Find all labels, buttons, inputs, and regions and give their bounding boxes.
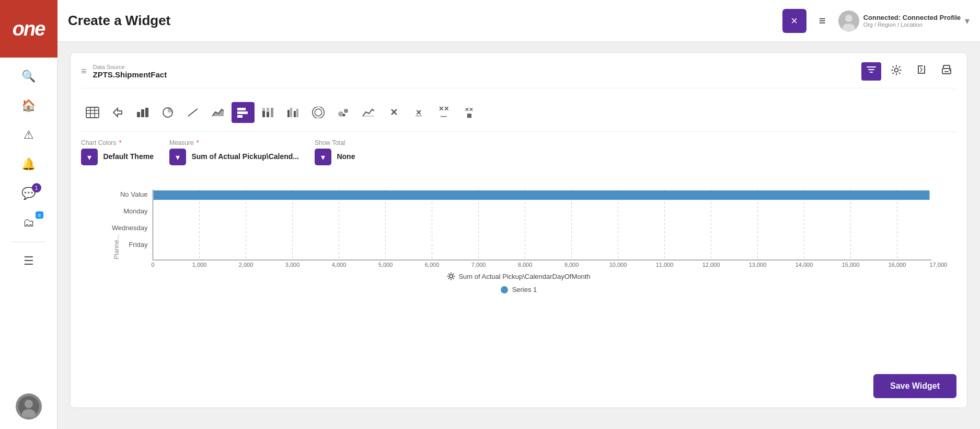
- print-button[interactable]: [937, 62, 956, 81]
- chart-type-table[interactable]: [81, 102, 104, 123]
- chart-colors-label: Chart Colors *: [81, 139, 154, 146]
- layers-badge: ≡: [36, 211, 43, 219]
- sidebar-item-home[interactable]: 🏠: [13, 92, 44, 119]
- chart-type-line[interactable]: [357, 102, 380, 123]
- logo-text: one: [13, 18, 45, 40]
- svg-marker-23: [113, 108, 122, 117]
- gear-icon: [891, 64, 902, 76]
- svg-text:11,000: 11,000: [656, 262, 674, 268]
- y-label-friday: Friday: [129, 241, 148, 249]
- svg-text:10,000: 10,000: [609, 262, 627, 268]
- measure-value-row: ▾ Sum of Actual Pickup\Calend...: [169, 149, 299, 165]
- chart-type-x2[interactable]: ✕: [407, 102, 430, 123]
- show-total-group: Show Total ▾ None: [315, 139, 355, 165]
- show-total-label: Show Total: [315, 139, 355, 146]
- x-bar-label: ✕: [390, 107, 398, 118]
- table-icon: [86, 107, 99, 118]
- svg-text:5,000: 5,000: [378, 262, 393, 268]
- svg-point-9: [895, 69, 898, 72]
- no-value-bar: [154, 190, 930, 200]
- donut-icon: [312, 107, 325, 118]
- svg-text:6,000: 6,000: [425, 262, 440, 268]
- header-menu-button[interactable]: ≡: [814, 11, 831, 31]
- chart-colors-value: Default Theme: [103, 152, 153, 161]
- series1-legend-dot: [501, 286, 508, 293]
- svg-rect-12: [918, 73, 925, 74]
- controls-row: Chart Colors * ▾ Default Theme Measure *…: [81, 132, 956, 174]
- logo[interactable]: one: [0, 0, 57, 58]
- chart-type-xx[interactable]: ✕✕—: [432, 102, 455, 123]
- filter-button[interactable]: [861, 62, 881, 81]
- gear-x-axis-icon: [447, 272, 455, 280]
- svg-rect-30: [237, 111, 248, 114]
- x-axis-label-text: Sum of Actual Pickup\CalendarDayOfMonth: [458, 273, 590, 280]
- svg-text:12,000: 12,000: [702, 262, 720, 268]
- show-total-dropdown[interactable]: ▾: [315, 149, 331, 165]
- user-info: Connected: Connected Profile Org / Regio…: [863, 14, 961, 28]
- datasource-actions: [861, 62, 956, 81]
- chart-type-horizontal-bar[interactable]: [232, 102, 255, 123]
- chart-colors-dropdown[interactable]: ▾: [81, 149, 98, 165]
- content-area: ≡ Data Source ZPTS.ShipmentFact: [57, 42, 980, 429]
- svg-point-83: [449, 275, 453, 278]
- chart-type-donut[interactable]: [307, 102, 330, 123]
- bell-icon: 🔔: [21, 157, 36, 171]
- svg-rect-33: [262, 111, 265, 117]
- sidebar-item-messages[interactable]: 💬 1: [13, 180, 44, 207]
- menu-icon: ☰: [24, 254, 34, 268]
- svg-rect-24: [137, 112, 140, 117]
- sidebar-avatar[interactable]: [16, 393, 42, 420]
- measure-group: Measure * ▾ Sum of Actual Pickup\Calend.…: [169, 139, 299, 165]
- xx-bar-label: ✕✕—: [439, 105, 449, 120]
- svg-rect-31: [237, 115, 243, 118]
- svg-point-4: [845, 15, 852, 22]
- sidebar-item-notifications[interactable]: 🔔: [13, 151, 44, 178]
- svg-rect-39: [294, 111, 296, 117]
- close-button[interactable]: ×: [782, 9, 806, 33]
- svg-rect-34: [267, 108, 269, 112]
- chart-type-stacked-bar[interactable]: [257, 102, 280, 123]
- user-chevron-icon[interactable]: ▾: [965, 15, 970, 27]
- settings-button[interactable]: [886, 62, 906, 81]
- chart-colors-value-row: ▾ Default Theme: [81, 149, 154, 165]
- chart-type-area[interactable]: [206, 102, 229, 123]
- svg-point-43: [338, 111, 343, 117]
- svg-rect-16: [944, 71, 949, 72]
- sidebar-divider: [11, 242, 45, 242]
- data-source-row: ≡ Data Source ZPTS.ShipmentFact: [81, 62, 956, 88]
- chart-type-pie[interactable]: [156, 102, 179, 123]
- area-chart-icon: [211, 107, 225, 118]
- svg-point-45: [343, 114, 345, 117]
- chart-type-grouped-bar[interactable]: [282, 102, 305, 123]
- chart-type-bubble[interactable]: [332, 102, 355, 123]
- svg-text:0: 0: [151, 262, 154, 268]
- svg-text:17,000: 17,000: [930, 262, 948, 268]
- chart-type-xx2[interactable]: ✕✕▦: [457, 102, 480, 123]
- sidebar-item-layers[interactable]: 🗂 ≡: [13, 209, 44, 236]
- save-widget-button[interactable]: Save Widget: [873, 374, 956, 398]
- user-avatar-image: [839, 11, 859, 31]
- chart-svg: No Value Monday Wednesday Friday Planne.…: [81, 184, 956, 268]
- chart-type-bar[interactable]: [131, 102, 154, 123]
- measure-label: Measure *: [169, 139, 299, 146]
- chart-type-pivot[interactable]: [106, 102, 129, 123]
- pivot-icon: [111, 107, 124, 118]
- datasource-label: Data Source: [93, 64, 167, 70]
- svg-rect-13: [924, 65, 925, 74]
- svg-point-44: [344, 109, 348, 113]
- svg-point-17: [949, 70, 950, 71]
- sidebar-item-search[interactable]: 🔍: [13, 63, 44, 90]
- measure-dropdown[interactable]: ▾: [169, 149, 186, 165]
- chart-type-x[interactable]: ✕: [382, 102, 405, 123]
- datasource-info: Data Source ZPTS.ShipmentFact: [93, 64, 167, 80]
- sidebar: one 🔍 🏠 ⚠ 🔔 💬 1 🗂 ≡ ☰: [0, 0, 57, 429]
- avatar-image: [18, 396, 39, 417]
- svg-rect-35: [267, 112, 269, 117]
- svg-text:2,000: 2,000: [239, 262, 253, 268]
- user-role: Org / Region / Location: [863, 21, 961, 28]
- sidebar-item-menu[interactable]: ☰: [13, 247, 44, 275]
- sidebar-item-alerts[interactable]: ⚠: [13, 121, 44, 149]
- chart-type-scatter[interactable]: [181, 102, 204, 123]
- export-button[interactable]: [912, 62, 931, 81]
- datasource-list-icon[interactable]: ≡: [81, 66, 87, 77]
